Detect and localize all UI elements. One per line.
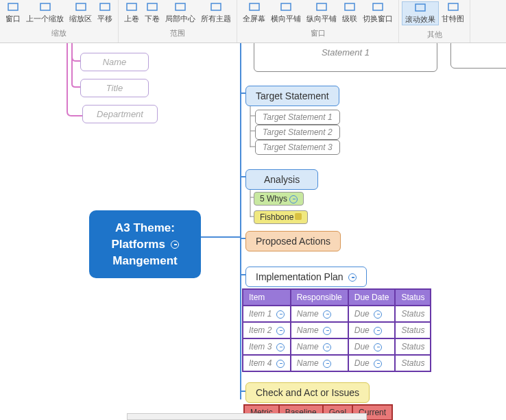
target-statement-node[interactable]: Target Statement (245, 86, 339, 106)
table-row[interactable]: Item 2 Name Due Status (243, 322, 431, 338)
ribbon-item-label: 滚动效果 (405, 14, 435, 25)
clock-icon (323, 310, 331, 319)
switch-icon (370, 1, 385, 12)
target-child-2[interactable]: Target Statement 2 (255, 125, 340, 140)
ribbon-item-label: 平移 (97, 14, 112, 24)
clock-icon (276, 327, 285, 335)
analysis-node[interactable]: Analysis (245, 169, 318, 190)
ribbon-center[interactable]: 局部中心 (162, 1, 198, 24)
ribbon-item-label: 全屏幕 (243, 14, 265, 24)
clock-icon (374, 310, 382, 319)
all-topics-icon (208, 1, 224, 12)
clock-icon (374, 327, 382, 335)
ribbon-item-label: 窗口 (5, 14, 21, 24)
table-cell: Status (395, 322, 431, 338)
analysis-5whys[interactable]: 5 Whys (254, 192, 304, 206)
ribbon-item-label: 级联 (342, 14, 357, 24)
th-duedate: Due Date (348, 289, 396, 306)
svg-rect-13 (415, 4, 425, 11)
clock-icon (171, 240, 179, 249)
node-name[interactable]: Name (80, 53, 149, 71)
svg-rect-10 (317, 3, 326, 10)
clock-icon (374, 360, 382, 368)
gantt-icon (446, 1, 461, 12)
ribbon-group: 窗口上一个缩放缩放区平移缩放 (0, 0, 119, 42)
statement-box[interactable]: Statement 1 (254, 43, 437, 72)
ribbon-toolbar: 窗口上一个缩放缩放区平移缩放上卷下卷局部中心所有主题范围全屏幕横向平铺纵向平铺级… (0, 0, 506, 43)
implementation-plan-node[interactable]: Implementation Plan (245, 267, 367, 287)
table-cell: Name (291, 355, 348, 371)
roll-up-icon (124, 1, 139, 12)
table-cell: Status (395, 306, 431, 322)
ribbon-item-label: 缩放区 (69, 14, 92, 24)
target-child-1[interactable]: Target Statement 1 (255, 110, 340, 125)
table-cell: Due (348, 338, 396, 355)
ribbon-roll-down[interactable]: 下卷 (142, 1, 162, 24)
table-cell: Due (348, 306, 396, 322)
th-item: Item (243, 289, 291, 306)
ribbon-zoom-area[interactable]: 缩放区 (67, 1, 95, 24)
table-cell: Item 3 (243, 338, 291, 355)
ribbon-item-label: 切换窗口 (363, 14, 393, 24)
ribbon-item-label: 局部中心 (165, 14, 195, 24)
table-cell: Item 4 (243, 355, 291, 371)
ribbon-all-topics[interactable]: 所有主题 (198, 1, 234, 24)
ribbon-tile-h[interactable]: 横向平铺 (268, 1, 304, 24)
tile-h-icon (278, 1, 293, 12)
svg-rect-11 (345, 3, 354, 10)
ribbon-item-label: 下卷 (145, 14, 160, 24)
table-row[interactable]: Item 3 Name Due Status (243, 338, 431, 355)
ribbon-group: 上卷下卷局部中心所有主题范围 (119, 0, 237, 42)
ribbon-item-label: 上卷 (124, 14, 139, 24)
central-topic[interactable]: A3 Theme: Platforms Mangement (89, 210, 201, 278)
zoom-icon (5, 1, 21, 12)
ribbon-cascade[interactable]: 级联 (339, 1, 360, 24)
ribbon-tile-v[interactable]: 纵向平铺 (304, 1, 339, 24)
th-responsible: Responsible (291, 289, 348, 306)
zoom-prev-icon (38, 1, 53, 12)
analysis-fishbone[interactable]: Fishbone (254, 210, 308, 224)
mindmap-canvas[interactable]: Name Title Department Statement 1 A3 The… (0, 43, 506, 420)
ribbon-zoom[interactable]: 窗口 (3, 1, 23, 24)
proposed-actions-node[interactable]: Proposed Actions (245, 231, 341, 251)
ribbon-switch[interactable]: 切换窗口 (360, 1, 396, 24)
horizontal-scrollbar[interactable] (127, 413, 367, 420)
check-act-node[interactable]: Check and Act or Issues (245, 382, 370, 403)
pin-icon (295, 213, 302, 220)
implementation-table[interactable]: Item Responsible Due Date Status Item 1 … (242, 288, 431, 372)
ribbon-group-label: 缩放 (51, 28, 67, 38)
clock-icon (276, 343, 285, 351)
pan-icon (97, 1, 112, 12)
cascade-icon (342, 1, 357, 12)
ribbon-fullscreen[interactable]: 全屏幕 (240, 1, 268, 24)
central-line1: A3 Theme: (115, 221, 175, 234)
ribbon-group: 滚动效果甘特图其他 (399, 0, 470, 42)
ribbon-scroll-fx[interactable]: 滚动效果 (402, 1, 439, 25)
ribbon-gantt[interactable]: 甘特图 (439, 1, 467, 25)
roll-down-icon (145, 1, 160, 12)
ribbon-item-label: 上一个缩放 (26, 14, 64, 24)
clock-icon (289, 195, 298, 203)
clock-icon (374, 343, 382, 351)
target-child-3[interactable]: Target Statement 3 (255, 140, 340, 155)
table-row[interactable]: Item 1 Name Due Status (243, 306, 431, 322)
central-line2: Platforms (111, 238, 165, 251)
table-cell: Name (291, 338, 348, 355)
node-title[interactable]: Title (80, 79, 149, 97)
ribbon-group: 全屏幕横向平铺纵向平铺级联切换窗口窗口 (237, 0, 399, 42)
ribbon-item-label: 甘特图 (442, 14, 464, 24)
svg-rect-0 (8, 3, 18, 10)
ribbon-roll-up[interactable]: 上卷 (121, 1, 142, 24)
table-cell: Item 2 (243, 322, 291, 338)
ribbon-zoom-prev[interactable]: 上一个缩放 (23, 1, 67, 24)
table-cell: Name (291, 306, 348, 322)
ribbon-pan[interactable]: 平移 (95, 1, 115, 24)
ribbon-item-label: 所有主题 (201, 14, 231, 24)
svg-rect-2 (76, 3, 86, 10)
table-row[interactable]: Item 4 Name Due Status (243, 355, 431, 371)
table-cell: Due (348, 322, 396, 338)
svg-rect-9 (281, 3, 291, 10)
statement-box-2[interactable] (450, 43, 506, 69)
svg-rect-8 (250, 3, 259, 10)
node-department[interactable]: Department (82, 105, 158, 123)
